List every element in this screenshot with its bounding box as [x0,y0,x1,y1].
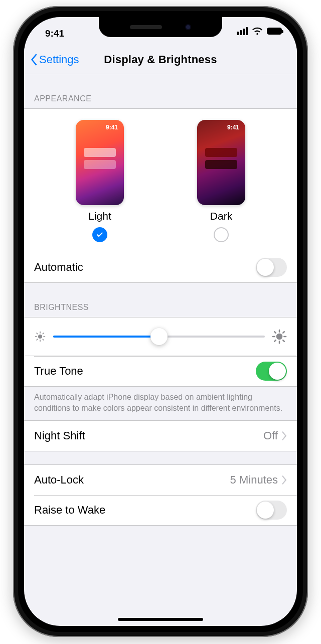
svg-line-6 [43,339,44,340]
svg-line-16 [274,340,276,342]
section-header-brightness: BRIGHTNESS [24,283,297,317]
svg-point-9 [276,334,283,340]
truetone-row[interactable]: True Tone [24,356,297,386]
screen: 9:41 Settings Display & Brightness [24,17,297,626]
nav-bar: Settings Display & Brightness [24,47,297,74]
nightshift-group: Night Shift Off [24,420,297,451]
light-preview: 9:41 [76,120,124,205]
page-title: Display & Brightness [24,53,297,66]
truetone-switch[interactable] [256,362,287,381]
autolock-group: Auto-Lock 5 Minutes Raise to Wake [24,464,297,526]
status-bar: 9:41 [24,17,297,47]
light-label: Light [88,210,111,222]
autolock-label: Auto-Lock [34,473,84,487]
raise-to-wake-row[interactable]: Raise to Wake [24,495,297,525]
brightness-slider[interactable] [53,329,265,345]
brightness-slider-row [24,317,297,356]
dark-label: Dark [210,210,232,222]
automatic-row[interactable]: Automatic [24,252,297,282]
status-time: 9:41 [45,28,64,39]
autolock-row[interactable]: Auto-Lock 5 Minutes [24,465,297,495]
svg-line-15 [283,340,284,342]
svg-line-8 [43,333,44,334]
appearance-dark[interactable]: 9:41 Dark [181,120,261,242]
home-indicator[interactable] [118,618,203,621]
section-header-appearance: APPEARANCE [24,74,297,108]
svg-line-14 [274,332,276,333]
svg-point-0 [38,335,42,339]
brightness-group: True Tone [24,317,297,387]
automatic-label: Automatic [34,261,83,274]
dark-preview: 9:41 [197,120,245,205]
wifi-icon [252,27,263,35]
svg-line-17 [283,332,284,333]
appearance-group: 9:41 Light 9:41 [24,108,297,283]
chevron-right-icon [282,475,287,485]
svg-line-5 [37,333,38,334]
brightness-low-icon [34,331,46,343]
chevron-right-icon [282,431,287,440]
nightshift-value: Off [263,429,278,442]
battery-icon [267,28,282,35]
cellular-icon [237,27,248,35]
raise-label: Raise to Wake [34,504,105,517]
phone-frame: 9:41 Settings Display & Brightness [13,6,308,637]
automatic-switch[interactable] [256,258,287,277]
truetone-label: True Tone [34,365,83,378]
nightshift-label: Night Shift [34,429,85,442]
dark-radio[interactable] [214,227,229,242]
brightness-high-icon [272,329,287,344]
nightshift-row[interactable]: Night Shift Off [24,421,297,451]
check-icon [95,230,104,239]
appearance-light[interactable]: 9:41 Light [60,120,140,242]
autolock-value: 5 Minutes [230,473,278,487]
light-radio[interactable] [92,227,107,242]
settings-scroll[interactable]: APPEARANCE 9:41 Light [24,74,297,626]
raise-switch[interactable] [256,501,287,520]
svg-line-7 [37,339,38,340]
slider-thumb[interactable] [150,328,168,345]
truetone-footer: Automatically adapt iPhone display based… [24,387,297,420]
